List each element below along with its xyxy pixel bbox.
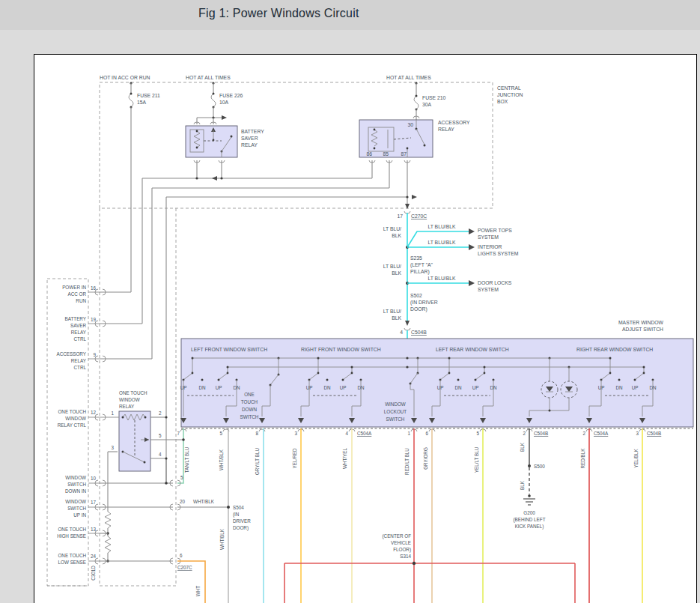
module-label: ADJUST SWITCH [622, 327, 663, 332]
relay-label: ACCESSORY [438, 120, 470, 125]
continuation-arrow-icon [469, 228, 475, 234]
relay-pin: 86 [366, 151, 372, 157]
module-pin-label: SWITCH [67, 482, 86, 487]
wire-label: WHT/BLK [219, 528, 225, 550]
pin-number: 16 [91, 285, 97, 291]
pin-number: 2 [523, 431, 526, 436]
module-pin-label: WINDOW [65, 499, 86, 504]
module-pin-label: ACCESSORY [57, 351, 87, 357]
driver-door-module: POWER IN ACC OR RUN 16 BATTERY SAVER REL… [47, 279, 106, 586]
connector-name: C207C [177, 565, 192, 570]
splice-s504 [227, 506, 230, 509]
app-window: Fig 1: Power Windows Circuit CENTRAL JUN… [0, 0, 700, 603]
dn-label: DN [490, 385, 497, 390]
module-pin-label: BATTERY [65, 316, 87, 321]
connector-name: C270C [411, 213, 427, 219]
dn-label: DN [198, 385, 206, 390]
splice-label: S314 [400, 554, 411, 559]
pin-number: 3 [111, 445, 114, 450]
pin-number: 20 [180, 499, 186, 504]
up-label: UP [180, 385, 187, 390]
flow-arrow-icon [212, 176, 217, 181]
relay-label: RELAY [119, 404, 135, 409]
pin-number: 7 [177, 431, 180, 436]
pin-number: 1 [407, 431, 410, 436]
wire-label: YEL/LT BLU [474, 446, 479, 473]
module-pin-label: RELAY [71, 330, 87, 335]
module-pin-label: LOW SENSE [58, 560, 86, 565]
dn-label: DN [615, 385, 623, 390]
dn-label: DN [323, 385, 331, 390]
splice-label: (LEFT "A" [410, 262, 433, 268]
fuse-210: FUSE 210 30A [414, 82, 446, 120]
splice-label: FLOOR) [393, 547, 411, 553]
c301d-hooks [95, 289, 106, 564]
relay-pin: 30 [407, 122, 413, 127]
pin-number: 4 [159, 452, 162, 457]
module-pin-label: DOWN IN [65, 488, 86, 494]
module-pin-label: POWER IN [62, 285, 86, 290]
up-label: UP [632, 385, 639, 390]
connector-name: C504A [357, 431, 372, 436]
module-pin-label: ONE TOUCH [58, 553, 86, 558]
splice-label: (IN [233, 512, 240, 518]
accessory-relay: 30 86 85 87 ACCESSORY RELAY [359, 116, 470, 208]
power-windows-wiring-diagram: CENTRAL JUNCTION BOX HOT IN ACC OR RUN H… [0, 0, 700, 603]
wire-label: LT BLU/ [383, 309, 401, 314]
power-bus-label: HOT AT ALL TIMES [186, 75, 231, 80]
fuse-name: FUSE 210 [422, 95, 446, 100]
pin-number: 12 [91, 410, 97, 415]
ground-label: KICK PANEL) [515, 524, 544, 530]
resistor [105, 536, 111, 553]
up-label: UP [306, 385, 313, 390]
fuse-name: FUSE 211 [137, 93, 160, 98]
splice-label: PILLAR) [410, 269, 430, 275]
ground-circuit: S500 BLK G200 (BEHIND LEFT KICK PANEL) [513, 428, 545, 530]
flow-arrow-icon [405, 204, 410, 209]
pin-number: 5 [219, 431, 222, 436]
fuse-226: FUSE 226 10A [197, 82, 243, 124]
relay-pin: 85 [383, 151, 389, 157]
wire-label: LT BLU/BLK [427, 276, 456, 281]
pin-number: 5 [159, 433, 162, 438]
splice-label: (CENTER OF [383, 533, 412, 539]
module-pin-label: RELAY [71, 358, 87, 363]
system-dest: LIGHTS SYSTEM [478, 251, 519, 256]
one-touch-window-relay: ONE TOUCH WINDOW RELAY 1 2 3 5 4 [100, 390, 185, 563]
lockout-label: SWITCH [386, 416, 405, 422]
s314-circuit: (CENTER OF VEHICLE FLOOR) S314 [284, 533, 575, 603]
splice-label: S500 [534, 464, 545, 469]
wire-label: BLK [520, 480, 525, 490]
dn-label: DN [357, 385, 365, 390]
ground-label: G200 [523, 510, 535, 515]
section-title: RIGHT FRONT WINDOW SWITCH [301, 347, 381, 352]
fuse-rating: 30A [422, 102, 432, 107]
pin-number: 2 [159, 410, 162, 416]
module-pin-label: SWITCH [67, 506, 86, 511]
relay-label: WINDOW [119, 397, 140, 402]
connector-name: C301D [91, 566, 96, 581]
wire-label: LT BLU/BLK [427, 224, 456, 229]
wire-label: GRY/LT BLU [255, 448, 260, 475]
pin-number: 24 [91, 554, 97, 559]
module-pin-label: CTRL [74, 365, 87, 370]
wire-label: WHT [195, 586, 201, 596]
splice-s500 [528, 464, 531, 467]
door-wiring: TAN/LT BLU WHT/BLK GRY/LT BLU YEL/RED WH… [177, 428, 642, 603]
system-dest: SYSTEM [478, 287, 499, 292]
system-dest: POWER TOPS [478, 228, 512, 233]
dn-label: DN [233, 385, 240, 390]
wire-label: YEL/RED [292, 448, 297, 468]
wire-label: BLK [520, 442, 525, 452]
pin-number: 5 [476, 431, 479, 436]
otd-label: TOUCH [241, 399, 258, 404]
wire-label: TAN/LT BLU [184, 446, 189, 473]
splice-label: DRIVER [233, 518, 251, 524]
module-pin-label: SAVER [70, 323, 86, 328]
relay-pin: 87 [401, 151, 407, 157]
wire-label: LT BLU/ [383, 226, 401, 231]
connector-name: C504B [534, 431, 548, 436]
cjb-label: JUNCTION [497, 92, 523, 97]
wire-label: BLK [392, 233, 401, 238]
splice-label: S235 [410, 255, 422, 261]
